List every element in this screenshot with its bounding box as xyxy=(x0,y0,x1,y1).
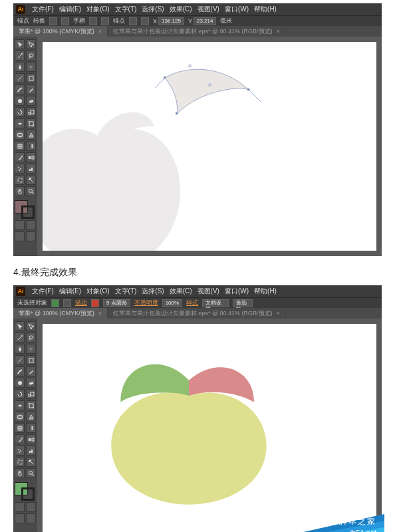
pen-tool[interactable] xyxy=(15,344,25,354)
x-value[interactable]: 136.125 xyxy=(158,17,184,25)
width-tool[interactable] xyxy=(15,118,25,128)
rotate-tool[interactable] xyxy=(15,389,25,399)
mode-toggle[interactable] xyxy=(26,220,36,230)
doc-setup-button[interactable]: 文档设置 xyxy=(202,299,229,307)
handle-icon-2[interactable] xyxy=(101,17,109,25)
brush-tool[interactable] xyxy=(15,84,25,94)
graph-tool[interactable] xyxy=(26,164,36,174)
rectangle-tool[interactable] xyxy=(26,355,36,365)
doc-tab-inactive[interactable]: 红苹果与果汁包装设计矢量素材.eps* @ 80.41% (RGB/预览)× xyxy=(108,308,286,319)
color-swatch[interactable] xyxy=(15,482,36,501)
free-transform-tool[interactable] xyxy=(26,118,36,128)
mode-toggle[interactable] xyxy=(15,231,25,241)
mode-toggle[interactable] xyxy=(15,502,25,512)
close-icon[interactable]: × xyxy=(98,28,102,35)
zoom-tool[interactable] xyxy=(26,468,36,478)
prefs-button[interactable]: 首选项 xyxy=(233,299,253,307)
close-icon[interactable]: × xyxy=(277,28,280,35)
free-transform-tool[interactable] xyxy=(26,400,36,410)
x-field[interactable]: X 136.125 xyxy=(153,17,184,25)
mode-toggle[interactable] xyxy=(15,220,25,230)
y-value[interactable]: 23.214 xyxy=(194,17,216,25)
anchor-cut-icon[interactable] xyxy=(141,17,149,25)
shape-builder-tool[interactable] xyxy=(15,130,25,140)
opacity-label[interactable]: 不透明度 xyxy=(134,299,158,307)
menu-edit[interactable]: 编辑(E) xyxy=(59,5,81,14)
menu-file[interactable]: 文件(F) xyxy=(32,287,54,296)
rectangle-tool[interactable] xyxy=(26,73,36,83)
blob-tool[interactable] xyxy=(15,96,25,106)
stroke-swatch[interactable] xyxy=(63,299,71,307)
mode-toggle[interactable] xyxy=(26,231,36,241)
menu-file[interactable]: 文件(F) xyxy=(32,5,54,14)
brush-tool[interactable] xyxy=(15,366,25,376)
menu-edit[interactable]: 编辑(E) xyxy=(59,287,81,296)
select-tool[interactable] xyxy=(15,321,25,331)
menu-effect[interactable]: 效果(C) xyxy=(170,5,192,14)
opacity-value[interactable]: 100% xyxy=(162,299,182,307)
line-tool[interactable] xyxy=(15,355,25,365)
perspective-tool[interactable] xyxy=(26,130,36,140)
slice-tool[interactable] xyxy=(26,457,36,467)
stroke-label[interactable]: 描边 xyxy=(75,299,87,307)
gradient-tool[interactable] xyxy=(26,423,36,433)
graph-tool[interactable] xyxy=(26,446,36,456)
fill-swatch[interactable] xyxy=(51,299,59,307)
mode-toggle[interactable] xyxy=(26,513,36,523)
scale-tool[interactable] xyxy=(26,389,36,399)
symbol-spray-tool[interactable] xyxy=(15,446,25,456)
leaf-path[interactable] xyxy=(142,62,315,182)
artboard[interactable] xyxy=(43,324,376,532)
artboard-tool[interactable] xyxy=(15,175,25,185)
doc-tab-active[interactable]: 苹果* @ 100% (CMYK/预览)× xyxy=(13,308,108,319)
doc-tab-active[interactable]: 苹果* @ 100% (CMYK/预览)× xyxy=(13,26,108,37)
style-label[interactable]: 样式 xyxy=(186,299,198,307)
line-tool[interactable] xyxy=(15,73,25,83)
eraser-tool[interactable] xyxy=(26,378,36,388)
menu-view[interactable]: 视图(V) xyxy=(198,287,219,296)
mesh-tool[interactable] xyxy=(15,141,25,151)
menu-object[interactable]: 对象(O) xyxy=(86,5,109,14)
menu-help[interactable]: 帮助(H) xyxy=(254,287,277,296)
menu-help[interactable]: 帮助(H) xyxy=(254,5,277,14)
mode-toggle[interactable] xyxy=(15,513,25,523)
close-icon[interactable]: × xyxy=(277,310,280,317)
symbol-spray-tool[interactable] xyxy=(15,164,25,174)
direct-select-tool[interactable] xyxy=(26,321,36,331)
scale-tool[interactable] xyxy=(26,107,36,117)
menu-object[interactable]: 对象(O) xyxy=(86,287,109,296)
shape-builder-tool[interactable] xyxy=(15,412,25,422)
magic-wand-tool[interactable] xyxy=(15,332,25,342)
stroke-value[interactable]: 5 点圆形 xyxy=(103,299,130,307)
menu-select[interactable]: 选择(S) xyxy=(142,287,164,296)
close-icon[interactable]: × xyxy=(98,310,102,317)
doc-tab-inactive[interactable]: 红苹果与果汁包装设计矢量素材.eps* @ 80.41% (RGB/预览)× xyxy=(108,26,286,37)
pencil-tool[interactable] xyxy=(26,366,36,376)
anchor-remove-icon[interactable] xyxy=(129,17,137,25)
artboard-tool[interactable] xyxy=(15,457,25,467)
handle-icon[interactable] xyxy=(89,17,97,25)
blob-tool[interactable] xyxy=(15,378,25,388)
type-tool[interactable]: T xyxy=(26,62,36,72)
blend-tool[interactable] xyxy=(26,434,36,444)
menu-window[interactable]: 窗口(W) xyxy=(225,287,249,296)
lasso-tool[interactable] xyxy=(26,51,36,61)
pen-tool[interactable] xyxy=(15,62,25,72)
mesh-tool[interactable] xyxy=(15,423,25,433)
zoom-tool[interactable] xyxy=(26,186,36,196)
direct-select-tool[interactable] xyxy=(26,39,36,49)
y-field[interactable]: Y 23.214 xyxy=(188,17,216,25)
pencil-tool[interactable] xyxy=(26,84,36,94)
perspective-tool[interactable] xyxy=(26,412,36,422)
menu-window[interactable]: 窗口(W) xyxy=(225,5,249,14)
convert-corner-icon[interactable] xyxy=(49,17,57,25)
menu-view[interactable]: 视图(V) xyxy=(198,5,219,14)
brush-preview[interactable] xyxy=(91,299,99,307)
magic-wand-tool[interactable] xyxy=(15,51,25,61)
color-swatch[interactable] xyxy=(15,200,36,219)
gradient-tool[interactable] xyxy=(26,141,36,151)
menu-type[interactable]: 文字(T) xyxy=(115,5,137,14)
lasso-tool[interactable] xyxy=(26,332,36,342)
width-tool[interactable] xyxy=(15,400,25,410)
eyedropper-tool[interactable] xyxy=(15,152,25,162)
